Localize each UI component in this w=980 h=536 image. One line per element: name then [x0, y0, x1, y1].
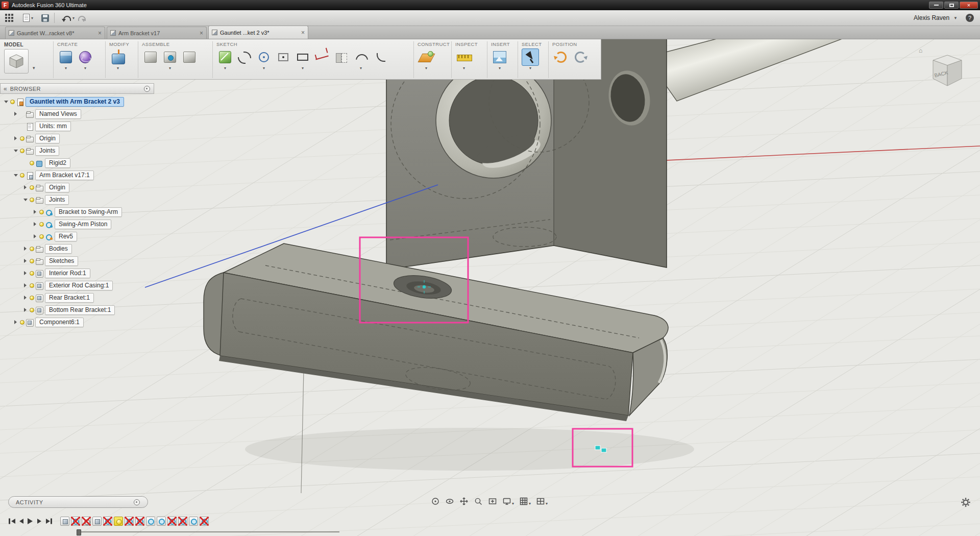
- document-tab-1[interactable]: Gauntlet W...racket v8*×: [5, 27, 105, 39]
- node-label[interactable]: Interior Rod:1: [45, 269, 90, 278]
- browser-node[interactable]: Named Views: [3, 108, 124, 120]
- timeline-feature-1[interactable]: [60, 517, 69, 526]
- as-built-joint-icon[interactable]: [181, 48, 198, 66]
- arc-icon[interactable]: [352, 48, 370, 66]
- node-label[interactable]: Exterior Rod Casing:1: [45, 281, 113, 290]
- expand-arrow-icon[interactable]: [13, 320, 18, 324]
- redo-icon[interactable]: [77, 14, 86, 22]
- browser-node[interactable]: Bodies: [3, 242, 124, 255]
- go-to-start-button[interactable]: [8, 518, 16, 525]
- undo-icon[interactable]: [62, 14, 71, 22]
- press-pull-icon[interactable]: [109, 48, 127, 66]
- pan-icon[interactable]: [458, 496, 470, 507]
- timeline-feature-3[interactable]: [82, 517, 91, 526]
- browser-node[interactable]: Origin: [3, 132, 124, 144]
- visibility-bulb-icon[interactable]: [30, 271, 34, 276]
- dropdown-caret-icon[interactable]: ▾: [65, 66, 67, 71]
- go-to-end-button[interactable]: [45, 518, 53, 525]
- visibility-bulb-icon[interactable]: [30, 308, 34, 312]
- minimize-button[interactable]: [929, 2, 943, 9]
- expand-arrow-icon[interactable]: [22, 271, 28, 275]
- browser-node[interactable]: Bottom Rear Bracket:1: [3, 304, 124, 316]
- sketch-dimension-icon[interactable]: [313, 48, 331, 66]
- tab-close-icon[interactable]: ×: [98, 30, 102, 37]
- node-label[interactable]: Bracket to Swing-Arm: [55, 207, 122, 217]
- expand-arrow-icon[interactable]: [22, 259, 28, 263]
- apps-grid-icon[interactable]: [5, 14, 14, 22]
- create-sketch-icon[interactable]: [216, 48, 234, 66]
- visibility-bulb-icon[interactable]: [30, 185, 34, 190]
- browser-node[interactable]: Sketches: [3, 255, 124, 267]
- dropdown-caret-icon[interactable]: ▾: [360, 66, 362, 71]
- dropdown-caret-icon[interactable]: ▾: [529, 501, 531, 506]
- browser-node[interactable]: Component6:1: [3, 316, 124, 328]
- node-label[interactable]: Gauntlet with Arm Bracket 2 v3: [26, 97, 124, 107]
- file-caret-icon[interactable]: ▾: [31, 16, 33, 20]
- visibility-bulb-icon[interactable]: [30, 296, 34, 300]
- browser-node[interactable]: Exterior Rod Casing:1: [3, 279, 124, 291]
- dropdown-caret-icon[interactable]: ▾: [425, 66, 427, 71]
- spline-icon[interactable]: [236, 48, 253, 66]
- zoom-icon[interactable]: [473, 496, 484, 507]
- browser-node[interactable]: Rigid2: [3, 157, 124, 169]
- timeline-feature-11[interactable]: [167, 517, 177, 526]
- browser-node[interactable]: Arm Bracket v17:1: [3, 169, 124, 181]
- browser-node[interactable]: Units: mm: [3, 120, 124, 132]
- grid-settings-icon[interactable]: ▾: [518, 496, 532, 507]
- expand-arrow-icon[interactable]: [13, 112, 18, 116]
- dropdown-caret-icon[interactable]: ▾: [84, 66, 86, 71]
- tab-close-icon[interactable]: ×: [200, 30, 203, 37]
- timeline-feature-2[interactable]: [71, 517, 80, 526]
- node-label[interactable]: Bottom Rear Bracket:1: [45, 305, 115, 315]
- collapse-panel-icon[interactable]: «: [4, 85, 7, 92]
- node-label[interactable]: Rear Bracket:1: [45, 293, 94, 303]
- browser-node[interactable]: Interior Rod:1: [3, 267, 124, 279]
- timeline-feature-8[interactable]: [135, 517, 144, 526]
- expand-arrow-icon[interactable]: [13, 136, 18, 140]
- joint-icon[interactable]: [161, 48, 179, 66]
- activity-bar[interactable]: ACTIVITY: [8, 496, 148, 508]
- expand-arrow-icon[interactable]: [3, 101, 9, 103]
- node-label[interactable]: Rigid2: [45, 158, 70, 168]
- expand-arrow-icon[interactable]: [22, 199, 28, 201]
- expand-arrow-icon[interactable]: [13, 150, 18, 152]
- construction-plane-icon[interactable]: [418, 48, 435, 66]
- point-icon[interactable]: [275, 48, 292, 66]
- new-component-icon[interactable]: [142, 48, 159, 66]
- node-label[interactable]: Rev5: [55, 232, 77, 241]
- rectangle-icon[interactable]: [294, 48, 311, 66]
- capture-position-icon[interactable]: [552, 48, 570, 66]
- browser-node[interactable]: Joints: [3, 144, 124, 157]
- visibility-bulb-icon[interactable]: [20, 136, 24, 141]
- browser-node[interactable]: Rev5: [3, 230, 124, 242]
- browser-node[interactable]: Rear Bracket:1: [3, 291, 124, 304]
- viewports-icon[interactable]: ▾: [535, 496, 549, 507]
- fillet-icon[interactable]: [372, 48, 389, 66]
- visibility-bulb-icon[interactable]: [39, 234, 44, 239]
- circle-icon[interactable]: [255, 48, 273, 66]
- visibility-bulb-icon[interactable]: [30, 161, 34, 165]
- expand-arrow-icon[interactable]: [32, 210, 38, 214]
- timeline-feature-4[interactable]: [92, 517, 102, 526]
- dropdown-caret-icon[interactable]: ▾: [499, 66, 501, 71]
- node-label[interactable]: Origin: [45, 183, 69, 192]
- undo-caret-icon[interactable]: ▾: [72, 16, 75, 20]
- expand-arrow-icon[interactable]: [13, 174, 18, 177]
- timeline-feature-5[interactable]: [103, 517, 112, 526]
- file-icon[interactable]: [23, 14, 30, 22]
- dropdown-caret-icon[interactable]: ▾: [463, 66, 465, 71]
- expand-arrow-icon[interactable]: [22, 308, 28, 312]
- visibility-bulb-icon[interactable]: [30, 198, 34, 202]
- measure-icon[interactable]: [455, 48, 473, 66]
- timeline-feature-10[interactable]: [157, 517, 166, 526]
- node-label[interactable]: Joints: [45, 195, 69, 205]
- browser-node[interactable]: Swing-Arm Piston: [3, 218, 124, 230]
- dropdown-caret-icon[interactable]: ▾: [224, 66, 226, 71]
- timeline-feature-14[interactable]: [200, 517, 209, 526]
- dropdown-caret-icon[interactable]: ▾: [169, 66, 171, 71]
- node-label[interactable]: Component6:1: [35, 318, 84, 327]
- expand-arrow-icon[interactable]: [32, 222, 38, 226]
- workspace-icon[interactable]: [4, 49, 29, 74]
- view-cube[interactable]: ⌂ BACK: [927, 49, 971, 95]
- revolve-icon[interactable]: [77, 48, 94, 66]
